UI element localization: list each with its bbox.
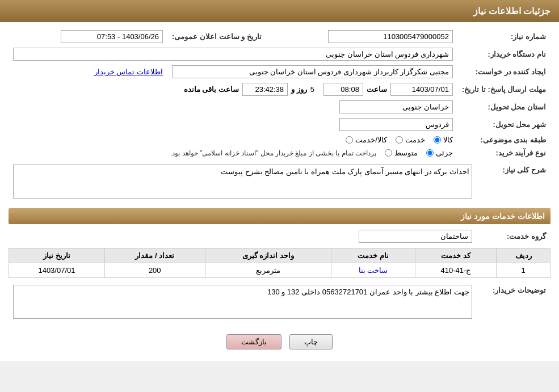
category-row: طبقه بندی موضوعی: کالا خدمت کالا/خدمت (9, 133, 550, 146)
purchase-type-mote-item: متوسط (385, 149, 418, 157)
need-number-row: شماره نیاز: تاریخ و ساعت اعلان عمومی: (9, 28, 550, 45)
purchase-type-mote-label: متوسط (394, 149, 418, 157)
print-button[interactable]: چاپ (289, 334, 333, 349)
remaining-time-label: ساعت باقی مانده (184, 85, 239, 94)
service-code: ج-41-410 (415, 263, 497, 278)
purchase-type-mote-radio[interactable] (385, 149, 392, 157)
need-description-textarea[interactable]: احداث برکه در انتهای مسیر آبنمای پارک مل… (13, 165, 472, 199)
creator-value-cell (167, 63, 457, 81)
category-service-radio[interactable] (396, 136, 403, 144)
page-title: جزئیات اطلاعات نیاز (473, 6, 550, 16)
creator-label: ایجاد کننده در خواست: (457, 63, 550, 81)
row-number: 1 (497, 263, 550, 278)
remaining-time-input[interactable] (242, 83, 288, 96)
creator-row: ایجاد کننده در خواست: اطلاعات تماس خریدا… (9, 63, 550, 81)
buyer-description-textarea[interactable]: جهت اطلاع بیشتر با واحد عمران 0563272170… (13, 285, 472, 319)
category-label: طبقه بندی موضوعی: (457, 133, 550, 146)
service-group-label: گروه خدمت: (477, 227, 550, 245)
service-name-link[interactable]: ساخت بنا (359, 266, 388, 275)
province-label: استان محل تحویل: (457, 98, 550, 116)
city-value-cell (9, 116, 457, 133)
deadline-time-input[interactable] (323, 83, 363, 96)
need-number-label: شماره نیاز: (457, 28, 550, 45)
remaining-day-label: روز و (291, 85, 307, 94)
category-service-label: خدمت (405, 136, 425, 144)
category-kala-radio[interactable] (434, 136, 441, 144)
buyer-org-input[interactable] (13, 48, 453, 61)
creator-input[interactable] (172, 65, 453, 78)
announce-datetime-input[interactable] (61, 30, 163, 43)
deadline-value-cell: ساعت 5 روز و ساعت باقی مانده (9, 81, 457, 98)
buttons-area: چاپ بازگشت (9, 326, 550, 355)
city-row: شهر محل تحویل: (9, 116, 550, 133)
buyer-description-row: توضیحات خریدار: جهت اطلاع بیشتر با واحد … (9, 283, 550, 323)
buyer-description-label: توضیحات خریدار: (477, 283, 550, 323)
service-group-row: گروه خدمت: (9, 227, 550, 245)
col-name: نام خدمت (331, 248, 415, 263)
province-input[interactable] (339, 100, 453, 113)
service-unit: مترمربع (205, 263, 331, 278)
col-quantity: تعداد / مقدار (104, 248, 205, 263)
need-description-row: شرح کلی نیاز: احداث برکه در انتهای مسیر … (9, 162, 550, 203)
purchase-type-note: پرداخت تمام یا بخشی از مبلغ خریدار محل "… (170, 149, 376, 157)
category-kala-item: کالا (434, 136, 453, 144)
back-button[interactable]: بازگشت (226, 334, 281, 349)
category-both-radio[interactable] (346, 136, 353, 144)
buyer-description-value-cell: جهت اطلاع بیشتر با واحد عمران 0563272170… (9, 283, 477, 323)
announce-datetime-value-cell (9, 28, 167, 45)
need-number-input[interactable] (328, 30, 453, 43)
buyer-description-table: توضیحات خریدار: جهت اطلاع بیشتر با واحد … (9, 283, 550, 323)
services-section-title: اطلاعات خدمات مورد نیاز (9, 208, 550, 224)
city-input[interactable] (339, 118, 453, 131)
category-both-item: کالا/خدمت (346, 136, 387, 144)
contact-link[interactable]: اطلاعات تماس خریدار (94, 68, 163, 76)
service-group-value-cell (9, 227, 477, 245)
buyer-org-value-cell (9, 45, 457, 63)
need-description-label: شرح کلی نیاز: (477, 162, 550, 203)
contact-link-cell: اطلاعات تماس خریدار (9, 63, 167, 81)
deadline-label: مهلت ارسال پاسخ: تا تاریخ: (457, 81, 550, 98)
col-row: ردیف (497, 248, 550, 263)
service-group-table: گروه خدمت: (9, 227, 550, 245)
services-table-header-row: ردیف کد خدمت نام خدمت واحد اندازه گیری ت… (9, 248, 550, 263)
service-group-input[interactable] (359, 230, 472, 243)
need-number-value-cell (266, 28, 457, 45)
services-table: ردیف کد خدمت نام خدمت واحد اندازه گیری ت… (9, 248, 550, 278)
service-quantity: 200 (104, 263, 205, 278)
purchase-type-jozi-radio[interactable] (426, 149, 434, 157)
buyer-org-row: نام دستگاه خریدار: (9, 45, 550, 63)
province-value-cell (9, 98, 457, 116)
main-info-table: شماره نیاز: تاریخ و ساعت اعلان عمومی: نا… (9, 28, 550, 159)
deadline-date-input[interactable] (390, 83, 453, 96)
category-value-cell: کالا خدمت کالا/خدمت (9, 133, 457, 146)
purchase-type-row: نوع فرآیند خرید: جزئی متوسط پرداخت تمام … (9, 146, 550, 159)
table-row: 1 ج-41-410 ساخت بنا مترمربع 200 1403/07/… (9, 263, 550, 278)
content-area: شماره نیاز: تاریخ و ساعت اعلان عمومی: نا… (0, 22, 559, 361)
page-container: جزئیات اطلاعات نیاز شماره نیاز: تاریخ و … (0, 0, 559, 361)
category-kala-label: کالا (443, 136, 453, 144)
deadline-row: مهلت ارسال پاسخ: تا تاریخ: ساعت 5 روز و … (9, 81, 550, 98)
remaining-days-value: 5 (310, 85, 314, 94)
province-row: استان محل تحویل: (9, 98, 550, 116)
col-unit: واحد اندازه گیری (205, 248, 331, 263)
buyer-org-label: نام دستگاه خریدار: (457, 45, 550, 63)
category-both-label: کالا/خدمت (355, 136, 387, 144)
service-name: ساخت بنا (331, 263, 415, 278)
purchase-type-label: نوع فرآیند خرید: (457, 146, 550, 159)
page-header: جزئیات اطلاعات نیاز (0, 0, 559, 22)
purchase-type-jozi-item: جزئی (426, 149, 453, 157)
service-date: 1403/07/01 (9, 263, 105, 278)
city-label: شهر محل تحویل: (457, 116, 550, 133)
category-service-item: خدمت (396, 136, 425, 144)
need-description-value-cell: احداث برکه در انتهای مسیر آبنمای پارک مل… (9, 162, 477, 203)
need-description-table: شرح کلی نیاز: احداث برکه در انتهای مسیر … (9, 162, 550, 203)
services-table-body: 1 ج-41-410 ساخت بنا مترمربع 200 1403/07/… (9, 263, 550, 278)
col-code: کد خدمت (415, 248, 497, 263)
announce-datetime-label: تاریخ و ساعت اعلان عمومی: (167, 28, 266, 45)
purchase-type-jozi-label: جزئی (436, 149, 453, 157)
col-date: تاریخ نیاز (9, 248, 105, 263)
purchase-type-value-cell: جزئی متوسط پرداخت تمام یا بخشی از مبلغ خ… (9, 146, 457, 159)
services-table-head: ردیف کد خدمت نام خدمت واحد اندازه گیری ت… (9, 248, 550, 263)
deadline-time-label: ساعت (367, 85, 387, 94)
